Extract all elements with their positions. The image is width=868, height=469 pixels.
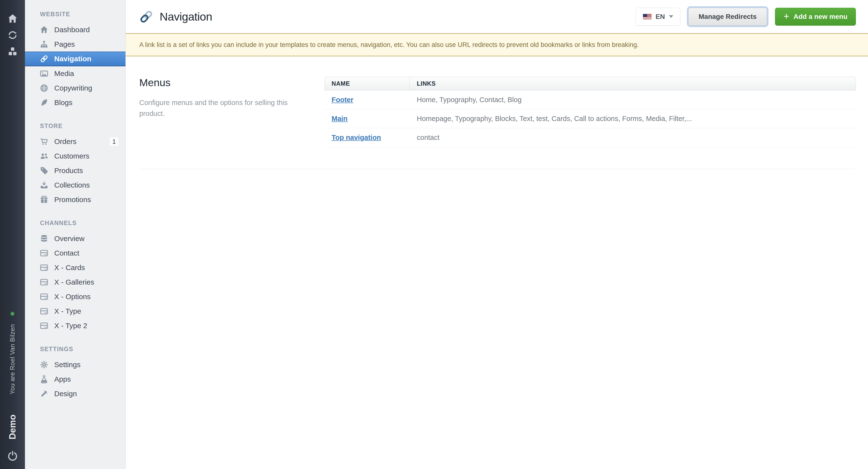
channel-icon (40, 264, 48, 272)
sidebar-item-label: X - Cards (54, 264, 85, 272)
page-header: Navigation EN Manage Redirects + Add a n… (126, 0, 868, 33)
app-rail: You are Roel Van Bilzen Demo (0, 0, 25, 469)
menus-description: Configure menus and the options for sell… (139, 97, 306, 119)
table-row: Top navigationcontact (324, 128, 856, 147)
sidebar-item-label: Blogs (54, 99, 72, 107)
section-title-website: WEBSITE (25, 11, 125, 18)
menus-heading: Menus (139, 77, 310, 89)
sidebar-item-x-type[interactable]: X - Type (25, 304, 125, 319)
menus-table: NAME LINKS FooterHome, Typography, Conta… (324, 77, 856, 147)
menu-links-cell: Homepage, Typography, Blocks, Text, test… (409, 115, 856, 123)
sidebar-item-label: Design (54, 390, 77, 398)
sidebar-item-label: Media (54, 69, 74, 78)
language-dropdown[interactable]: EN (636, 8, 680, 26)
manage-redirects-label: Manage Redirects (699, 13, 757, 21)
sidebar-item-x-cards[interactable]: X - Cards (25, 260, 125, 275)
online-status-dot (10, 312, 14, 316)
section-title-channels: CHANNELS (25, 220, 125, 227)
main-area: Navigation EN Manage Redirects + Add a n… (126, 0, 868, 469)
sidebar-item-products[interactable]: Products (25, 163, 125, 178)
sidebar-item-label: X - Type 2 (54, 322, 87, 330)
sidebar: WEBSITEDashboardPagesNavigationMediaCopy… (25, 0, 126, 469)
sidebar-section-website: WEBSITEDashboardPagesNavigationMediaCopy… (25, 11, 125, 110)
sidebar-item-x-type-2[interactable]: X - Type 2 (25, 319, 125, 333)
sidebar-item-label: Customers (54, 152, 89, 160)
sidebar-item-x-galleries[interactable]: X - Galleries (25, 275, 125, 290)
design-icon (40, 390, 48, 398)
us-flag-icon (643, 14, 652, 20)
plus-icon: + (783, 11, 789, 21)
sidebar-section-settings: SETTINGSSettingsAppsDesign (25, 345, 125, 401)
copywriting-icon (40, 84, 48, 92)
sidebar-item-label: Dashboard (54, 26, 90, 34)
home-icon[interactable] (7, 13, 18, 24)
sidebar-item-label: Promotions (54, 196, 91, 204)
sidebar-sections: WEBSITEDashboardPagesNavigationMediaCopy… (25, 11, 125, 401)
sidebar-item-overview[interactable]: Overview (25, 231, 125, 246)
menu-links-cell: Home, Typography, Contact, Blog (409, 96, 856, 104)
sidebar-section-store: STOREOrders1CustomersProductsCollections… (25, 123, 125, 207)
sidebar-item-copywriting[interactable]: Copywriting (25, 81, 125, 95)
sidebar-item-label: Overview (54, 234, 85, 243)
sidebar-item-apps[interactable]: Apps (25, 372, 125, 387)
menu-name-cell: Top navigation (324, 134, 409, 141)
channel-icon (40, 278, 48, 286)
apps-icon (40, 375, 48, 383)
column-header-name: NAME (325, 77, 409, 90)
sidebar-item-design[interactable]: Design (25, 387, 125, 401)
modules-icon[interactable] (7, 46, 18, 57)
navigation-icon (40, 55, 48, 63)
menus-section: Menus Configure menus and the options fo… (139, 56, 856, 169)
sidebar-item-promotions[interactable]: Promotions (25, 192, 125, 207)
sidebar-item-label: Products (54, 167, 83, 175)
sidebar-item-dashboard[interactable]: Dashboard (25, 23, 125, 37)
blogs-icon (40, 99, 48, 107)
sidebar-item-blogs[interactable]: Blogs (25, 95, 125, 110)
sidebar-item-label: Contact (54, 249, 79, 257)
app-window: You are Roel Van Bilzen Demo WEBSITEDash… (0, 0, 868, 469)
language-code: EN (656, 13, 665, 21)
customers-icon (40, 152, 48, 160)
sidebar-item-collections[interactable]: Collections (25, 178, 125, 192)
sidebar-section-channels: CHANNELSOverviewContactX - CardsX - Gall… (25, 220, 125, 333)
sidebar-item-settings[interactable]: Settings (25, 358, 125, 372)
sidebar-item-label: Orders (54, 137, 76, 146)
sidebar-item-contact[interactable]: Contact (25, 246, 125, 260)
products-icon (40, 167, 48, 175)
add-new-menu-label: Add a new menu (794, 13, 847, 21)
logout-power-icon[interactable] (7, 450, 18, 462)
sidebar-item-navigation[interactable]: Navigation (25, 52, 125, 66)
sidebar-item-label: Collections (54, 181, 90, 189)
sync-icon[interactable] (7, 30, 18, 40)
shop-name-label: Demo (7, 414, 18, 439)
sidebar-item-x-options[interactable]: X - Options (25, 290, 125, 304)
menu-name-link[interactable]: Top navigation (332, 134, 381, 141)
table-header-row: NAME LINKS (324, 77, 856, 91)
info-banner-text: A link list is a set of links you can in… (139, 41, 639, 48)
channel-icon (40, 322, 48, 330)
promotions-icon (40, 196, 48, 204)
collections-icon (40, 181, 48, 189)
menu-name-link[interactable]: Main (332, 115, 347, 123)
channel-icon (40, 307, 48, 315)
sidebar-item-media[interactable]: Media (25, 66, 125, 81)
menu-name-link[interactable]: Footer (332, 96, 353, 104)
add-new-menu-button[interactable]: + Add a new menu (775, 8, 856, 26)
sidebar-item-label: Apps (54, 375, 71, 383)
sidebar-item-label: X - Type (54, 307, 81, 315)
section-title-settings: SETTINGS (25, 345, 125, 353)
dashboard-icon (40, 26, 48, 34)
settings-icon (40, 361, 48, 369)
column-header-links: LINKS (409, 77, 856, 90)
sidebar-item-customers[interactable]: Customers (25, 149, 125, 163)
sidebar-item-orders[interactable]: Orders1 (25, 134, 125, 149)
sidebar-item-label: Copywriting (54, 84, 92, 92)
orders-icon (40, 137, 48, 146)
info-banner: A link list is a set of links you can in… (126, 33, 868, 56)
logged-in-user-label: You are Roel Van Bilzen (9, 324, 16, 394)
manage-redirects-button[interactable]: Manage Redirects (688, 8, 767, 26)
sidebar-item-pages[interactable]: Pages (25, 37, 125, 52)
menu-name-cell: Main (324, 115, 409, 123)
menus-section-info: Menus Configure menus and the options fo… (139, 77, 324, 147)
sidebar-item-label: Pages (54, 40, 75, 48)
